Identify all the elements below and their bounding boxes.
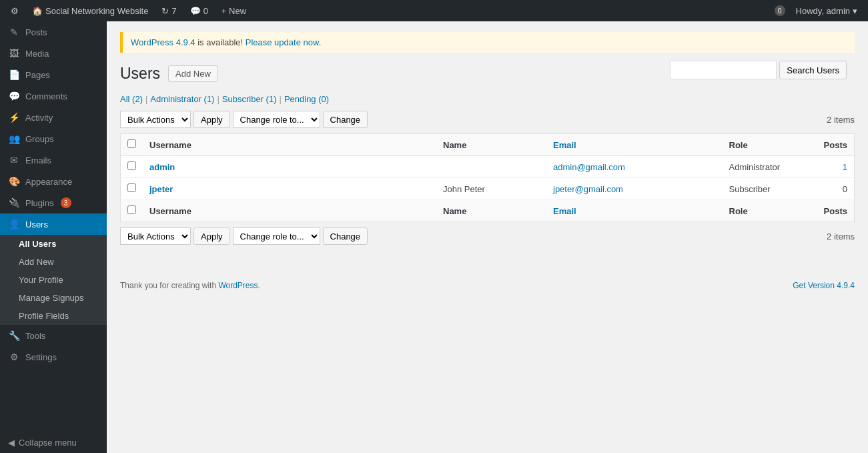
adminbar-site-icon[interactable]: ⚙ bbox=[5, 0, 24, 21]
site-icon: 🏠 bbox=[32, 6, 43, 16]
sidebar-item-settings[interactable]: ⚙ Settings bbox=[0, 346, 107, 368]
th-name: Name bbox=[436, 134, 546, 156]
update-version-link[interactable]: WordPress 4.9.4 bbox=[131, 37, 195, 47]
row-checkbox-cell bbox=[121, 178, 143, 200]
plugins-icon: 🔌 bbox=[8, 197, 20, 208]
sidebar-item-label: Settings bbox=[25, 352, 57, 362]
sidebar-item-label: Groups bbox=[25, 134, 54, 144]
sidebar-item-label: Pages bbox=[25, 70, 50, 80]
submenu-item-manage-signups[interactable]: Manage Signups bbox=[0, 289, 107, 307]
sidebar-item-tools[interactable]: 🔧 Tools bbox=[0, 325, 107, 346]
adminbar-new[interactable]: + New bbox=[216, 0, 252, 21]
submenu-item-profile-fields[interactable]: Profile Fields bbox=[0, 307, 107, 325]
row-name-cell bbox=[436, 156, 546, 178]
user-link-admin[interactable]: admin bbox=[149, 162, 175, 172]
adminbar-site-name[interactable]: 🏠 Social Networking Website bbox=[27, 0, 153, 21]
collapse-menu-button[interactable]: ◀ Collapse menu bbox=[0, 432, 107, 453]
sidebar-item-media[interactable]: 🖼 Media bbox=[0, 43, 107, 64]
sidebar-item-appearance[interactable]: 🎨 Appearance bbox=[0, 171, 107, 192]
row-posts-cell: 0 bbox=[796, 178, 855, 200]
groups-icon: 👥 bbox=[8, 133, 20, 144]
tablenav-top: Bulk Actions Apply Change role to... Cha… bbox=[120, 111, 855, 128]
change-role-select-top[interactable]: Change role to... bbox=[233, 111, 320, 128]
add-new-button[interactable]: Add New bbox=[168, 65, 218, 82]
update-now-link[interactable]: Please update now bbox=[246, 37, 319, 47]
tfoot-email[interactable]: Email bbox=[546, 200, 723, 222]
adminbar-notifications[interactable]: 0 bbox=[769, 0, 791, 21]
posts-link-admin[interactable]: 1 bbox=[843, 162, 847, 172]
users-icon: 👤 bbox=[8, 219, 20, 230]
posts-icon: ✎ bbox=[8, 27, 20, 37]
sidebar-item-activity[interactable]: ⚡ Activity bbox=[0, 107, 107, 128]
adminbar-comments[interactable]: 💬 0 bbox=[185, 0, 213, 21]
change-role-select-bottom[interactable]: Change role to... bbox=[233, 228, 320, 245]
admin-bar: ⚙ 🏠 Social Networking Website ↻ 7 💬 0 + … bbox=[0, 0, 868, 21]
sidebar-item-emails[interactable]: ✉ Emails bbox=[0, 149, 107, 171]
tfoot-username[interactable]: Username bbox=[143, 200, 436, 222]
th-posts: Posts bbox=[796, 134, 855, 156]
filter-pending[interactable]: Pending (0) bbox=[284, 94, 329, 104]
submenu-item-add-new[interactable]: Add New bbox=[0, 253, 107, 271]
update-notice: WordPress 4.9.4 is available! Please upd… bbox=[120, 32, 855, 53]
change-button-top[interactable]: Change bbox=[323, 111, 368, 128]
email-link-admin[interactable]: admin@gmail.com bbox=[553, 162, 625, 172]
filter-links: All (2) | Administrator (1) | Subscriber… bbox=[120, 94, 855, 104]
row-role-cell: Administrator bbox=[723, 156, 796, 178]
footer: Thank you for creating with WordPress. G… bbox=[107, 274, 868, 297]
table-row: adminadmin@gmail.comAdministrator1 bbox=[121, 156, 855, 178]
email-link-jpeter[interactable]: jpeter@gmail.com bbox=[553, 184, 623, 194]
search-users-button[interactable]: Search Users bbox=[779, 61, 847, 79]
search-input[interactable] bbox=[670, 61, 777, 79]
row-checkbox-0[interactable] bbox=[127, 161, 136, 170]
sidebar-item-label: Users bbox=[25, 219, 48, 230]
tfoot-role: Role bbox=[723, 200, 796, 222]
users-table: Username Name Email Role Posts adminadmi… bbox=[120, 133, 855, 222]
footer-version-link[interactable]: Get Version 4.9.4 bbox=[793, 281, 855, 290]
footer-wordpress-link[interactable]: WordPress bbox=[218, 281, 258, 290]
page-header: Users Add New Search Users bbox=[120, 61, 855, 86]
adminbar-howdy[interactable]: Howdy, admin ▾ bbox=[791, 0, 863, 21]
filter-all[interactable]: All (2) bbox=[120, 94, 143, 104]
adminbar-dropdown-icon: ▾ bbox=[853, 6, 857, 16]
row-role-cell: Subscriber bbox=[723, 178, 796, 200]
sidebar-item-posts[interactable]: ✎ Posts bbox=[0, 21, 107, 43]
th-email[interactable]: Email bbox=[546, 134, 723, 156]
adminbar-updates[interactable]: ↻ 7 bbox=[156, 0, 181, 21]
sidebar-item-label: Plugins bbox=[25, 198, 54, 208]
filter-subscriber[interactable]: Subscriber (1) bbox=[222, 94, 277, 104]
sidebar-item-users[interactable]: 👤 Users bbox=[0, 213, 107, 235]
row-checkbox-1[interactable] bbox=[127, 183, 136, 192]
change-button-bottom[interactable]: Change bbox=[323, 228, 368, 245]
bulk-actions-select-top[interactable]: Bulk Actions bbox=[120, 111, 191, 128]
select-all-checkbox-top[interactable] bbox=[127, 139, 136, 148]
row-email-cell: jpeter@gmail.com bbox=[546, 178, 723, 200]
th-checkbox bbox=[121, 134, 143, 156]
sidebar: ✎ Posts 🖼 Media 📄 Pages 💬 Comments ⚡ Act… bbox=[0, 21, 107, 453]
submenu-item-all-users[interactable]: All Users bbox=[0, 235, 107, 253]
select-all-checkbox-bottom[interactable] bbox=[127, 205, 136, 214]
tools-icon: 🔧 bbox=[8, 330, 20, 341]
activity-icon: ⚡ bbox=[8, 112, 20, 123]
sidebar-item-plugins[interactable]: 🔌 Plugins 3 bbox=[0, 192, 107, 213]
apply-button-top[interactable]: Apply bbox=[193, 111, 230, 128]
sidebar-item-comments[interactable]: 💬 Comments bbox=[0, 85, 107, 107]
apply-button-bottom[interactable]: Apply bbox=[193, 228, 230, 245]
bulk-actions-select-bottom[interactable]: Bulk Actions bbox=[120, 228, 191, 245]
row-username-cell: admin bbox=[143, 156, 436, 178]
filter-administrator[interactable]: Administrator (1) bbox=[150, 94, 214, 104]
emails-icon: ✉ bbox=[8, 155, 20, 165]
row-checkbox-cell bbox=[121, 156, 143, 178]
row-posts-cell: 1 bbox=[796, 156, 855, 178]
search-box: Search Users bbox=[670, 61, 847, 79]
sidebar-item-pages[interactable]: 📄 Pages bbox=[0, 64, 107, 85]
tfoot-checkbox bbox=[121, 200, 143, 222]
comments-icon: 💬 bbox=[190, 6, 201, 16]
th-username[interactable]: Username bbox=[143, 134, 436, 156]
submenu-item-your-profile[interactable]: Your Profile bbox=[0, 271, 107, 289]
sidebar-item-label: Emails bbox=[25, 155, 51, 165]
row-username-cell: jpeter bbox=[143, 178, 436, 200]
main-content: WordPress 4.9.4 is available! Please upd… bbox=[107, 21, 868, 453]
user-link-jpeter[interactable]: jpeter bbox=[149, 184, 173, 194]
sidebar-item-groups[interactable]: 👥 Groups bbox=[0, 128, 107, 149]
sidebar-item-label: Posts bbox=[25, 27, 47, 37]
